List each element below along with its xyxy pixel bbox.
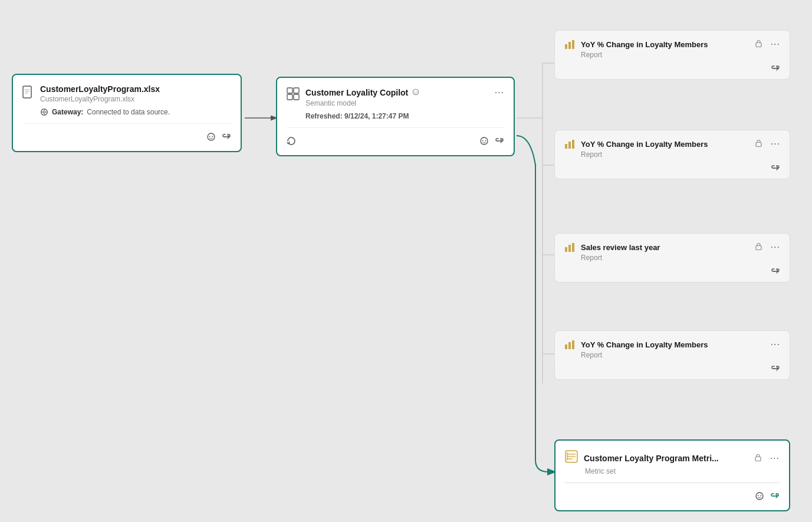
metric-footer bbox=[565, 491, 780, 501]
svg-rect-41 bbox=[568, 245, 571, 252]
report2-title: YoY % Change in Loyalty Members bbox=[581, 140, 747, 149]
svg-rect-20 bbox=[294, 88, 299, 93]
svg-rect-36 bbox=[568, 142, 571, 149]
semantic-subtitle: Semantic model bbox=[305, 99, 504, 107]
report1-bar-icon bbox=[564, 39, 575, 50]
semantic-refresh-icon[interactable] bbox=[287, 136, 296, 146]
report-card-1: YoY % Change in Loyalty Members ··· Repo… bbox=[554, 30, 790, 80]
svg-point-27 bbox=[482, 140, 484, 142]
svg-rect-46 bbox=[568, 342, 571, 349]
report3-lock-icon bbox=[755, 242, 762, 252]
metric-menu-button[interactable]: ··· bbox=[770, 453, 780, 464]
report-card-2: YoY % Change in Loyalty Members ··· Repo… bbox=[554, 130, 790, 179]
report1-link-icon[interactable] bbox=[771, 64, 780, 73]
semantic-refreshed: Refreshed: 9/12/24, 1:27:47 PM bbox=[305, 112, 504, 120]
svg-point-28 bbox=[485, 140, 486, 142]
gateway-label: Gateway: bbox=[52, 108, 83, 116]
report1-type: Report bbox=[581, 51, 780, 59]
svg-point-56 bbox=[758, 495, 759, 497]
svg-point-57 bbox=[761, 495, 762, 497]
source-link-icon[interactable] bbox=[222, 132, 231, 142]
semantic-title: Customer Loyality Copilot bbox=[305, 88, 408, 97]
source-node: CustomerLoyaltyProgram.xlsx CustomerLoya… bbox=[12, 74, 242, 152]
report2-bar-icon bbox=[564, 139, 575, 149]
svg-rect-30 bbox=[565, 44, 567, 49]
gateway-row: Gateway: Connected to data source. bbox=[40, 108, 170, 116]
report-card-4: YoY % Change in Loyalty Members ··· Repo… bbox=[554, 330, 790, 380]
source-copilot-icon[interactable] bbox=[206, 132, 216, 142]
svg-rect-32 bbox=[572, 40, 574, 49]
semantic-icon bbox=[287, 87, 300, 103]
report-card-3: Sales review last year ··· Report bbox=[554, 233, 790, 283]
source-footer bbox=[22, 132, 231, 142]
svg-point-55 bbox=[756, 493, 763, 500]
svg-rect-37 bbox=[572, 140, 574, 149]
report2-menu-button[interactable]: ··· bbox=[771, 139, 780, 149]
svg-point-25 bbox=[417, 91, 417, 92]
svg-rect-31 bbox=[568, 42, 571, 49]
metric-title: Customer Loyalty Program Metri... bbox=[584, 454, 746, 463]
semantic-menu-button[interactable]: ··· bbox=[495, 87, 504, 98]
metric-link-icon[interactable] bbox=[770, 491, 780, 501]
report1-title: YoY % Change in Loyalty Members bbox=[581, 40, 747, 49]
semantic-model-node: Customer Loyality Copilot ··· Semantic m… bbox=[276, 77, 515, 156]
svg-point-15 bbox=[208, 133, 215, 140]
svg-rect-38 bbox=[756, 143, 761, 147]
report2-lock-icon bbox=[755, 139, 762, 149]
semantic-copilot-badge bbox=[412, 88, 420, 97]
gateway-icon bbox=[40, 108, 48, 116]
report4-title: YoY % Change in Loyalty Members bbox=[581, 340, 762, 349]
svg-point-16 bbox=[209, 136, 211, 137]
svg-rect-45 bbox=[565, 344, 567, 349]
report3-type: Report bbox=[581, 254, 780, 262]
svg-rect-47 bbox=[572, 340, 574, 349]
svg-rect-33 bbox=[756, 43, 761, 47]
report3-bar-icon bbox=[564, 242, 575, 252]
report4-bar-icon bbox=[564, 339, 575, 350]
svg-rect-42 bbox=[572, 243, 574, 252]
svg-point-23 bbox=[413, 89, 419, 95]
svg-point-24 bbox=[414, 91, 415, 92]
svg-rect-22 bbox=[294, 94, 299, 100]
source-title: CustomerLoyaltyProgram.xlsx bbox=[40, 84, 170, 94]
source-subtitle: CustomerLoyaltyProgram.xlsx bbox=[40, 95, 170, 103]
report3-link-icon[interactable] bbox=[771, 267, 780, 276]
semantic-copilot-icon[interactable] bbox=[479, 136, 489, 146]
report4-link-icon[interactable] bbox=[771, 364, 780, 373]
svg-point-17 bbox=[212, 136, 213, 137]
file-icon bbox=[22, 86, 34, 101]
metric-subtitle: Metric set bbox=[585, 467, 780, 475]
metric-icon bbox=[565, 450, 578, 466]
semantic-footer bbox=[287, 136, 504, 146]
report4-type: Report bbox=[581, 351, 780, 359]
svg-rect-35 bbox=[565, 144, 567, 149]
svg-rect-43 bbox=[756, 246, 761, 250]
svg-rect-40 bbox=[565, 247, 567, 252]
metric-lock-icon bbox=[754, 454, 762, 463]
report2-link-icon[interactable] bbox=[771, 163, 780, 173]
semantic-link-icon[interactable] bbox=[495, 136, 504, 146]
report4-menu-button[interactable]: ··· bbox=[771, 339, 780, 350]
report3-title: Sales review last year bbox=[581, 243, 747, 252]
svg-rect-21 bbox=[287, 94, 292, 100]
report3-menu-button[interactable]: ··· bbox=[771, 242, 780, 252]
metric-copilot-icon[interactable] bbox=[755, 491, 764, 501]
svg-rect-9 bbox=[23, 86, 31, 98]
gateway-text: Connected to data source. bbox=[87, 108, 170, 116]
svg-rect-19 bbox=[287, 88, 292, 93]
svg-rect-54 bbox=[755, 457, 761, 461]
report2-type: Report bbox=[581, 150, 780, 159]
svg-point-26 bbox=[481, 137, 488, 145]
report1-menu-button[interactable]: ··· bbox=[771, 39, 780, 50]
metric-card: Customer Loyalty Program Metri... ··· Me… bbox=[554, 439, 790, 511]
report1-lock-icon bbox=[755, 40, 762, 49]
